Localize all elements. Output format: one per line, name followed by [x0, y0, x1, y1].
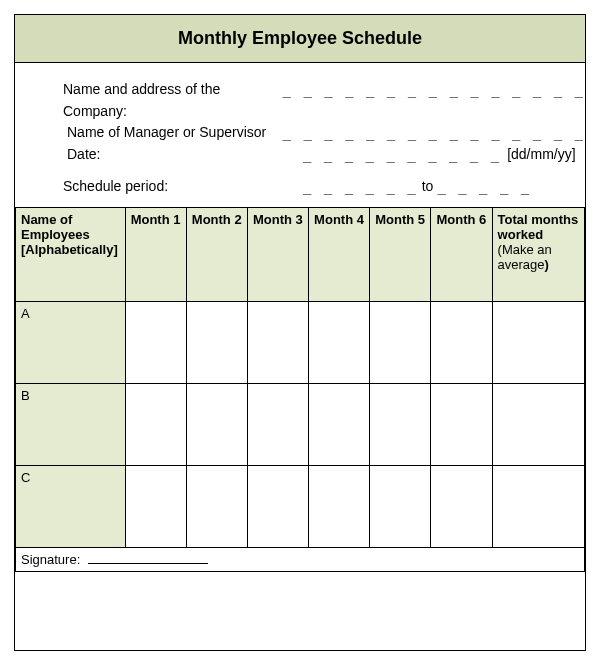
- signature-cell: Signature:: [16, 548, 585, 572]
- cell-a-m4[interactable]: [309, 302, 370, 384]
- employee-name-c[interactable]: C: [16, 466, 126, 548]
- header-month-5: Month 5: [370, 208, 431, 302]
- total-sub-paren: ): [545, 257, 549, 272]
- header-month-4: Month 4: [309, 208, 370, 302]
- signature-label: Signature:: [21, 552, 80, 567]
- signature-line[interactable]: [88, 563, 208, 564]
- cell-a-m1[interactable]: [125, 302, 186, 384]
- company-row: Name and address of the Company: _ _ _ _…: [63, 79, 585, 122]
- cell-a-m5[interactable]: [370, 302, 431, 384]
- date-hint: [dd/mm/yy]: [507, 144, 575, 166]
- cell-c-total[interactable]: [492, 466, 584, 548]
- table-row: A: [16, 302, 585, 384]
- header-name-text: Name of Employees [Alphabetically]: [21, 212, 118, 257]
- period-row: Schedule period: _ _ _ _ _ _ to _ _ _ _ …: [63, 176, 585, 198]
- manager-blank-line[interactable]: _ _ _ _ _ _ _ _ _ _ _ _ _ _ _: [283, 122, 585, 144]
- header-month-1: Month 1: [125, 208, 186, 302]
- cell-b-m1[interactable]: [125, 384, 186, 466]
- date-row: Date: _ _ _ _ _ _ _ _ _ _ [dd/mm/yy]: [63, 144, 585, 166]
- company-label: Name and address of the Company:: [63, 79, 283, 122]
- info-block: Name and address of the Company: _ _ _ _…: [15, 63, 585, 207]
- spacer: [63, 166, 585, 176]
- date-blank-line[interactable]: _ _ _ _ _ _ _ _ _ _: [303, 144, 501, 166]
- title-bar: Monthly Employee Schedule: [15, 15, 585, 63]
- document-container: Monthly Employee Schedule Name and addre…: [14, 14, 586, 651]
- header-m6-text: Month 6: [436, 212, 486, 227]
- cell-a-m3[interactable]: [247, 302, 308, 384]
- cell-c-m4[interactable]: [309, 466, 370, 548]
- cell-b-m6[interactable]: [431, 384, 492, 466]
- period-to-blank[interactable]: _ _ _ _ _: [437, 176, 531, 198]
- cell-a-m2[interactable]: [186, 302, 247, 384]
- signature-row: Signature:: [16, 548, 585, 572]
- cell-a-total[interactable]: [492, 302, 584, 384]
- cell-a-m6[interactable]: [431, 302, 492, 384]
- header-m2-text: Month 2: [192, 212, 242, 227]
- employee-name-a[interactable]: A: [16, 302, 126, 384]
- company-blank-line[interactable]: _ _ _ _ _ _ _ _ _ _ _ _ _ _ _: [283, 79, 585, 101]
- header-m3-text: Month 3: [253, 212, 303, 227]
- cell-c-m2[interactable]: [186, 466, 247, 548]
- schedule-table: Name of Employees [Alphabetically] Month…: [15, 207, 585, 572]
- cell-c-m3[interactable]: [247, 466, 308, 548]
- cell-c-m6[interactable]: [431, 466, 492, 548]
- table-row: C: [16, 466, 585, 548]
- cell-b-m3[interactable]: [247, 384, 308, 466]
- header-m1-text: Month 1: [131, 212, 181, 227]
- cell-b-m4[interactable]: [309, 384, 370, 466]
- header-month-6: Month 6: [431, 208, 492, 302]
- date-label: Date:: [63, 144, 303, 166]
- manager-label: Name of Manager or Supervisor: [63, 122, 283, 144]
- header-m4-text: Month 4: [314, 212, 364, 227]
- table-row: B: [16, 384, 585, 466]
- period-to-label: to: [422, 176, 434, 198]
- header-month-3: Month 3: [247, 208, 308, 302]
- employee-name-b[interactable]: B: [16, 384, 126, 466]
- header-total: Total months worked (Make an average): [492, 208, 584, 302]
- header-m5-text: Month 5: [375, 212, 425, 227]
- header-month-2: Month 2: [186, 208, 247, 302]
- cell-b-m5[interactable]: [370, 384, 431, 466]
- period-label: Schedule period:: [63, 176, 303, 198]
- header-name: Name of Employees [Alphabetically]: [16, 208, 126, 302]
- header-row: Name of Employees [Alphabetically] Month…: [16, 208, 585, 302]
- period-from-blank[interactable]: _ _ _ _ _ _: [303, 176, 418, 198]
- cell-c-m1[interactable]: [125, 466, 186, 548]
- cell-b-m2[interactable]: [186, 384, 247, 466]
- total-line1: Total months worked: [498, 212, 579, 242]
- cell-b-total[interactable]: [492, 384, 584, 466]
- document-title: Monthly Employee Schedule: [178, 28, 422, 48]
- manager-row: Name of Manager or Supervisor _ _ _ _ _ …: [63, 122, 585, 144]
- cell-c-m5[interactable]: [370, 466, 431, 548]
